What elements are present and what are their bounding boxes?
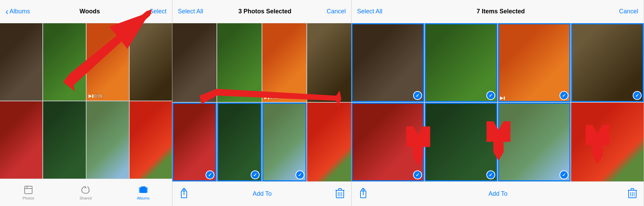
checkmark: ✓ [633,91,642,100]
selected-overlay [172,103,216,181]
photo-cell-selected[interactable]: ✓ [425,103,497,181]
checkmark: ✓ [413,91,422,100]
photo-grid-1: 0:09 [0,23,172,179]
photo-cell-selected[interactable]: ✓ [571,23,644,102]
tab-albums[interactable]: Albums [137,185,149,200]
panel-7selected: Select All 7 Items Selected Cancel ✓ ✓ ✓ [352,0,644,206]
video-badge: 0:09 [264,95,278,100]
photo-cell[interactable] [0,23,42,101]
photo-cell-selected[interactable]: ✓ [352,23,424,102]
checkmark: ✓ [560,170,568,179]
svg-rect-6 [25,188,32,189]
photo-cell[interactable] [43,23,86,101]
add-to-button-3[interactable]: Add To [488,190,508,197]
video-duration: 0:09 [94,94,102,99]
photo-cell-selected[interactable]: ✓ [352,103,424,181]
panel-woods: Albums Woods Select 0:09 [0,0,172,206]
svg-rect-1 [92,94,93,98]
svg-rect-13 [268,96,269,99]
photo-cell[interactable] [43,101,86,179]
panel-3selected: Select All 3 Photos Selected Cancel 0:09… [172,0,352,206]
photo-cell[interactable] [571,103,644,181]
cancel-button-2[interactable]: Cancel [327,8,346,15]
checkmark: ✓ [486,170,495,179]
svg-rect-5 [25,186,32,194]
selected-overlay [352,23,424,102]
tab-bar: Photos Shared [0,179,172,206]
share-button-3[interactable] [358,188,368,201]
photo-grid-2: 0:09 ✓ ✓ ✓ [172,23,351,181]
cancel-button-3[interactable]: Cancel [619,8,638,15]
panel1-header: Albums Woods Select [0,0,172,23]
trash-button-2[interactable] [336,188,344,200]
tab-photos[interactable]: Photos [23,185,34,200]
photo-cell[interactable]: 0:09 [262,23,306,102]
photo-cell-selected[interactable]: ✓ [217,103,261,181]
checkmark: ✓ [560,91,568,100]
svg-rect-25 [504,96,505,100]
panel3-title: 7 Items Selected [476,8,525,15]
photos-icon [24,185,33,195]
svg-rect-7 [27,186,27,188]
panel3-header: Select All 7 Items Selected Cancel [352,0,644,23]
selected-overlay [498,103,570,181]
video-duration-2: 0:09 [270,95,278,100]
selected-overlay [425,23,497,102]
photo-cell[interactable] [0,101,42,179]
select-all-button-3[interactable]: Select All [357,8,382,15]
photo-cell[interactable] [307,103,351,181]
action-bar-3: Add To [352,181,644,206]
action-bar-2: Add To [172,181,351,206]
tab-albums-label: Albums [137,196,149,200]
panel1-title: Woods [80,8,100,15]
svg-marker-12 [264,96,268,99]
svg-rect-36 [631,189,634,190]
panel2-header: Select All 3 Photos Selected Cancel [172,0,351,23]
selected-overlay [352,103,424,181]
tab-photos-label: Photos [23,196,34,200]
photo-cell[interactable]: 0:09 [87,23,129,101]
photo-cell[interactable] [87,101,129,179]
back-button[interactable]: Albums [5,7,30,16]
shared-icon [81,185,90,195]
svg-marker-24 [500,96,503,100]
checkmark: ✓ [413,170,422,179]
photo-cell-selected[interactable]: ✓ [498,103,570,181]
back-label: Albums [10,8,30,15]
tab-shared[interactable]: Shared [80,185,92,200]
photo-cell[interactable] [217,23,261,102]
trash-button-3[interactable] [628,188,637,200]
photo-cell[interactable] [130,101,172,179]
photo-cell[interactable] [307,23,351,102]
photo-grid-3: ✓ ✓ ✓ ✓ ✓ [352,23,644,181]
add-to-button-2[interactable]: Add To [253,190,272,197]
photo-cell[interactable] [130,23,172,101]
select-all-button-2[interactable]: Select All [178,8,203,15]
photo-cell-selected[interactable]: ✓ [262,103,306,181]
checkmark: ✓ [486,91,495,100]
checkmark: ✓ [295,170,304,179]
panel2-title: 3 Photos Selected [238,8,291,15]
photo-cell-selected[interactable]: ✓ [425,23,497,102]
tab-shared-label: Shared [80,196,92,200]
albums-icon [139,185,148,195]
select-button[interactable]: Select [149,8,167,15]
selected-overlay [498,23,570,102]
svg-rect-10 [140,188,147,193]
checkmark: ✓ [251,170,260,179]
svg-rect-11 [141,186,145,188]
share-button-2[interactable] [179,188,189,201]
video-badge [500,96,505,100]
svg-rect-20 [339,189,341,190]
video-badge: 0:09 [89,94,102,99]
photo-cell-selected[interactable]: ✓ [498,23,570,102]
selected-overlay [217,103,261,181]
photo-cell[interactable] [172,23,216,102]
svg-marker-0 [89,94,92,98]
selected-overlay [425,103,497,181]
selected-overlay [571,23,644,102]
selected-overlay [262,103,306,181]
photo-cell-selected[interactable]: ✓ [172,103,216,181]
